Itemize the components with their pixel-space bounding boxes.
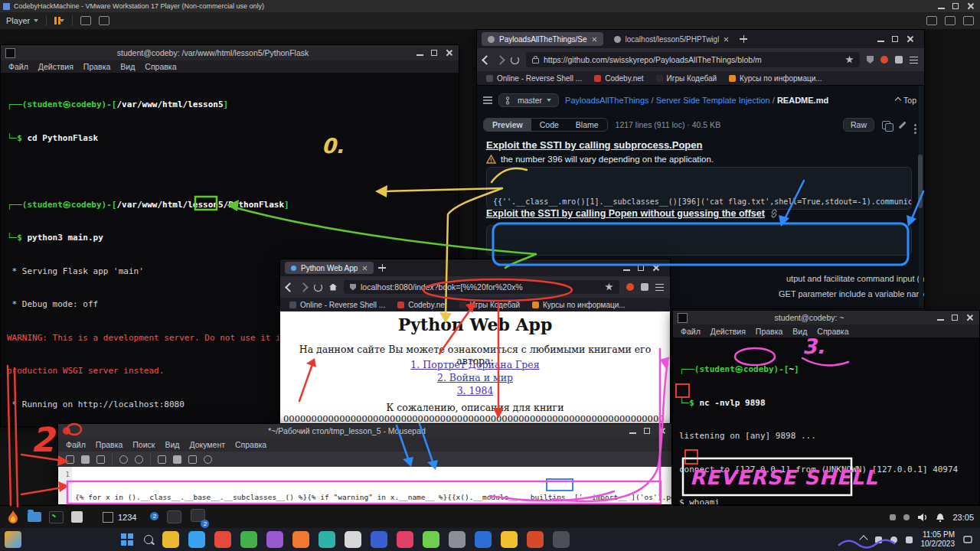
taskbar-app-icon[interactable] — [397, 531, 413, 548]
taskbar-app-icon[interactable] — [553, 531, 570, 548]
save-icon[interactable] — [96, 455, 105, 464]
tray-overflow-icon[interactable] — [859, 535, 867, 543]
menu-actions[interactable]: Действия — [38, 62, 74, 71]
file-manager-icon[interactable] — [28, 512, 41, 522]
maximize-icon[interactable] — [892, 36, 898, 42]
maximize-icon[interactable] — [644, 428, 650, 434]
taskbar-app-icon[interactable] — [345, 531, 361, 548]
console-view-icon[interactable] — [963, 16, 974, 25]
cut-icon[interactable] — [158, 455, 166, 464]
menu-file[interactable]: Файл — [681, 327, 701, 336]
paste-icon[interactable] — [188, 455, 197, 464]
tab-close-icon[interactable] — [362, 266, 368, 271]
tray-updates-icon[interactable] — [903, 514, 910, 520]
back-to-top-link[interactable]: Top — [896, 96, 916, 105]
editor-launcher-icon[interactable] — [71, 511, 83, 523]
terminal2-titlebar[interactable]: student@codeby: ~ — [673, 311, 979, 324]
terminal-launcher-icon[interactable] — [49, 511, 64, 523]
taskbar-app-icon[interactable] — [162, 531, 179, 548]
code-block-popen-offset[interactable]: {% for x in ().__class__.__base__.__subc… — [486, 225, 912, 256]
taskbar-app-icon[interactable] — [475, 531, 492, 548]
minimize-icon[interactable] — [877, 36, 884, 43]
open-file-icon[interactable] — [81, 455, 90, 464]
taskbar-app-icon[interactable] — [371, 531, 387, 548]
taskbar-app-icon[interactable] — [318, 531, 335, 548]
bookmark-courses[interactable]: Курсы по информаци... — [729, 74, 822, 83]
tray-battery-icon[interactable] — [906, 536, 913, 543]
close-icon[interactable] — [906, 35, 913, 43]
forward-icon[interactable] — [495, 55, 505, 65]
tab-code[interactable]: Code — [531, 119, 567, 131]
workspace-switcher[interactable]: 1234 — [103, 512, 136, 523]
readme-heading-subprocess-popen[interactable]: Exploit the SSTI by calling subprocess.P… — [486, 139, 702, 151]
tracking-shield-icon[interactable] — [867, 56, 874, 64]
new-tab-icon[interactable] — [740, 35, 747, 43]
payload-text[interactable]: {% for x in ().__class__.__base__.__subc… — [72, 467, 671, 504]
notification-center-icon[interactable] — [963, 535, 972, 544]
menu-help[interactable]: Справка — [235, 440, 266, 449]
close-icon[interactable] — [445, 49, 452, 57]
bookmark-reverse-shell[interactable]: Online - Reverse Shell ... — [289, 301, 385, 309]
vmware-close-icon[interactable] — [966, 2, 974, 10]
new-file-icon[interactable] — [66, 455, 74, 464]
running-app-window[interactable]: 2 — [191, 509, 205, 525]
menu-view[interactable]: Вид — [792, 327, 807, 336]
tab-close-icon[interactable] — [592, 37, 597, 42]
raw-button[interactable]: Raw — [843, 118, 874, 132]
breadcrumb-folder[interactable]: Server Side Template Injection — [656, 96, 770, 105]
menu-help[interactable]: Справка — [145, 62, 176, 71]
bookmark-games[interactable]: Игры Кодебай — [656, 74, 717, 83]
close-icon[interactable] — [965, 314, 973, 321]
redo-icon[interactable] — [135, 455, 143, 464]
bookmark-games[interactable]: Игры Кодебай — [459, 301, 520, 309]
search-icon[interactable] — [204, 455, 212, 464]
app-menu-icon[interactable] — [655, 284, 664, 291]
scrollbar-thumb[interactable] — [918, 155, 923, 208]
tray-volume-icon[interactable] — [890, 536, 897, 543]
menu-file[interactable]: Файл — [8, 62, 28, 71]
player-menu[interactable]: Player — [6, 16, 38, 25]
menu-edit[interactable]: Правка — [756, 327, 782, 336]
tab-preview[interactable]: Preview — [484, 119, 531, 131]
taskbar-app-icon[interactable] — [501, 531, 518, 548]
taskbar-app-icon[interactable] — [527, 531, 544, 548]
url-bar[interactable]: localhost:8080/index?book=[%%20for%20x% — [344, 280, 619, 294]
bookmark-codeby[interactable]: Codeby.net — [594, 74, 643, 83]
menu-view[interactable]: Вид — [120, 62, 135, 71]
copy-file-icon[interactable] — [882, 121, 890, 129]
bookmark-star-icon[interactable] — [605, 283, 613, 292]
taskbar-app-icon[interactable] — [292, 531, 309, 548]
terminal1-titlebar[interactable]: student@codeby: /var/www/html/lesson5/Py… — [1, 45, 459, 60]
app-launcher-flame-icon[interactable] — [6, 510, 20, 525]
maximize-icon[interactable] — [952, 315, 958, 321]
tab-localhost-phptwig[interactable]: localhost/lesson5/PHPTwigl — [608, 32, 736, 46]
book-link-2[interactable]: 2. Война и мир — [280, 372, 670, 383]
menu-edit[interactable]: Правка — [83, 62, 110, 71]
fullscreen-icon[interactable] — [926, 16, 937, 25]
forward-icon[interactable] — [299, 282, 309, 292]
home-icon[interactable] — [329, 284, 337, 291]
taskbar-app-icon[interactable] — [240, 531, 257, 548]
running-app-terminal[interactable] — [167, 510, 181, 523]
vm-clock[interactable]: 23:05 — [952, 513, 974, 522]
copy-icon[interactable] — [173, 455, 181, 464]
menu-search[interactable]: Поиск — [132, 440, 155, 449]
branch-selector[interactable]: master — [498, 93, 559, 107]
extensions-puzzle-icon[interactable] — [895, 56, 903, 64]
back-icon[interactable] — [482, 55, 492, 65]
minimize-icon[interactable] — [623, 265, 630, 272]
taskbar-search-icon[interactable] — [144, 535, 153, 544]
unity-icon[interactable] — [945, 16, 956, 25]
extension-icon[interactable] — [626, 283, 634, 291]
back-icon[interactable] — [285, 282, 295, 292]
menu-view[interactable]: Вид — [165, 440, 179, 449]
vmware-maximize-icon[interactable] — [952, 3, 959, 9]
devices-icon[interactable] — [99, 16, 109, 25]
breadcrumb-repo[interactable]: PayloadsAllTheThings — [565, 96, 648, 105]
scrollbar[interactable] — [919, 86, 923, 308]
vmware-minimize-icon[interactable] — [938, 3, 945, 10]
maximize-icon[interactable] — [638, 265, 644, 271]
menu-document[interactable]: Документ — [189, 440, 225, 449]
tab-blame[interactable]: Blame — [567, 119, 607, 131]
reload-icon[interactable] — [314, 283, 322, 292]
